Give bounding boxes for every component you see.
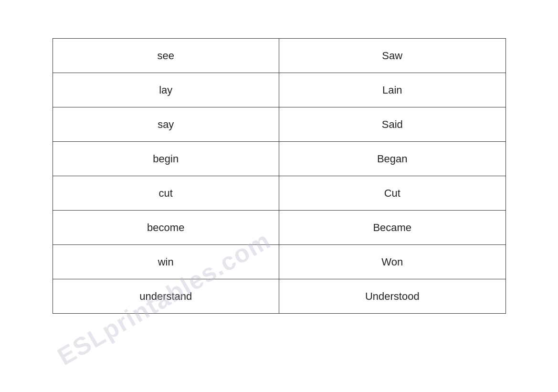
table-row: understandUnderstood: [53, 279, 505, 314]
past-form-cell: Understood: [279, 279, 506, 314]
table-row: winWon: [53, 245, 505, 279]
past-form-cell: Said: [279, 107, 506, 142]
main-container: seeSawlayLainsaySaidbeginBegancutCutbeco…: [53, 38, 506, 314]
table-row: becomeBecame: [53, 211, 505, 245]
table-row: layLain: [53, 73, 505, 107]
past-form-cell: Cut: [279, 176, 506, 211]
base-form-cell: become: [53, 211, 279, 245]
past-form-cell: Lain: [279, 73, 506, 107]
past-form-cell: Saw: [279, 39, 506, 73]
base-form-cell: see: [53, 39, 279, 73]
verb-table: seeSawlayLainsaySaidbeginBegancutCutbeco…: [53, 38, 506, 314]
table-row: cutCut: [53, 176, 505, 211]
table-row: seeSaw: [53, 39, 505, 73]
base-form-cell: lay: [53, 73, 279, 107]
base-form-cell: understand: [53, 279, 279, 314]
base-form-cell: begin: [53, 142, 279, 176]
base-form-cell: cut: [53, 176, 279, 211]
past-form-cell: Began: [279, 142, 506, 176]
base-form-cell: say: [53, 107, 279, 142]
base-form-cell: win: [53, 245, 279, 279]
past-form-cell: Won: [279, 245, 506, 279]
table-row: saySaid: [53, 107, 505, 142]
table-row: beginBegan: [53, 142, 505, 176]
past-form-cell: Became: [279, 211, 506, 245]
